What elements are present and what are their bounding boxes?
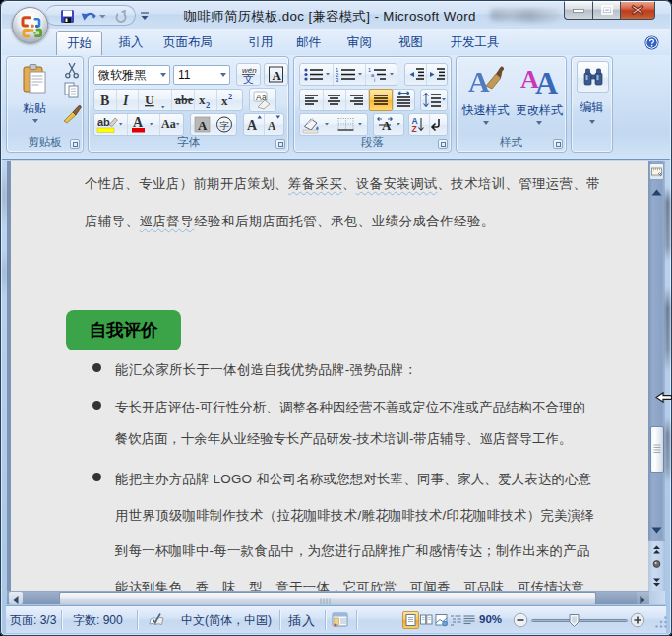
svg-text:A: A — [273, 68, 282, 83]
svg-text:i: i — [374, 77, 375, 83]
svg-text:2: 2 — [206, 100, 210, 110]
svg-text:A: A — [247, 118, 258, 133]
svg-text:Aa: Aa — [161, 117, 176, 131]
svg-text:I: I — [122, 94, 129, 108]
svg-text:A: A — [133, 115, 144, 130]
svg-text:x: x — [221, 94, 228, 108]
svg-text:A: A — [198, 118, 208, 133]
svg-text:ab: ab — [97, 116, 110, 128]
svg-text:U: U — [145, 93, 154, 107]
svg-text:A: A — [535, 65, 558, 97]
svg-text:A: A — [468, 65, 490, 97]
svg-text:B: B — [100, 94, 109, 108]
svg-text:A: A — [268, 120, 276, 132]
svg-text:Z: Z — [412, 124, 417, 134]
svg-text:2: 2 — [228, 92, 232, 101]
svg-text:3: 3 — [336, 77, 339, 83]
svg-text:x: x — [199, 93, 206, 107]
svg-text:字: 字 — [220, 120, 230, 131]
